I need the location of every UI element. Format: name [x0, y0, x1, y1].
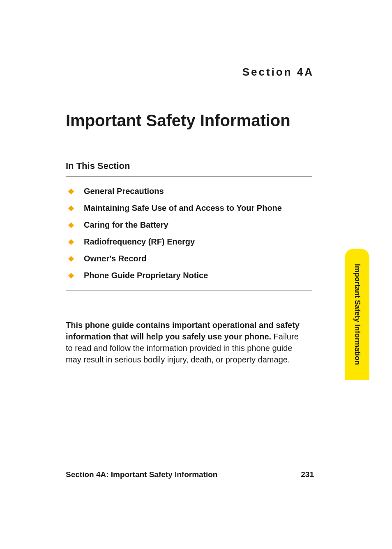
toc-item: Radiofrequency (RF) Energy — [66, 237, 351, 247]
toc-item-label: Radiofrequency (RF) Energy — [84, 237, 195, 247]
toc-item: Owner's Record — [66, 254, 351, 263]
body-paragraph: This phone guide contains important oper… — [66, 319, 304, 365]
side-tab-label: Important Safety Information — [353, 264, 362, 365]
section-label: Section 4A — [66, 66, 351, 78]
toc-item: Maintaining Safe Use of and Access to Yo… — [66, 203, 351, 213]
sub-heading: In This Section — [66, 161, 351, 171]
toc-item: Phone Guide Proprietary Notice — [66, 271, 351, 280]
page-footer: Section 4A: Important Safety Information… — [66, 470, 351, 479]
page-title: Important Safety Information — [66, 111, 351, 130]
page-number: 231 — [301, 470, 314, 479]
toc-item-label: General Precautions — [84, 187, 164, 196]
toc-item-label: Maintaining Safe Use of and Access to Yo… — [84, 203, 282, 213]
toc-item-label: Caring for the Battery — [84, 220, 168, 230]
diamond-bullet-icon — [68, 256, 74, 261]
diamond-bullet-icon — [68, 272, 74, 278]
side-tab: Important Safety Information — [345, 249, 369, 380]
toc-item-label: Owner's Record — [84, 254, 147, 263]
diamond-bullet-icon — [68, 222, 74, 228]
body-bold-text: This phone guide contains important oper… — [66, 321, 300, 341]
toc-item-label: Phone Guide Proprietary Notice — [84, 271, 208, 280]
document-page: Section 4A Important Safety Information … — [0, 0, 392, 549]
toc-item: General Precautions — [66, 187, 351, 196]
divider-top — [66, 176, 312, 177]
toc-list: General Precautions Maintaining Safe Use… — [66, 187, 351, 280]
diamond-bullet-icon — [68, 188, 74, 194]
toc-item: Caring for the Battery — [66, 220, 351, 230]
diamond-bullet-icon — [68, 205, 74, 211]
diamond-bullet-icon — [68, 239, 74, 245]
footer-text: Section 4A: Important Safety Information — [66, 470, 217, 479]
divider-bottom — [66, 290, 312, 291]
